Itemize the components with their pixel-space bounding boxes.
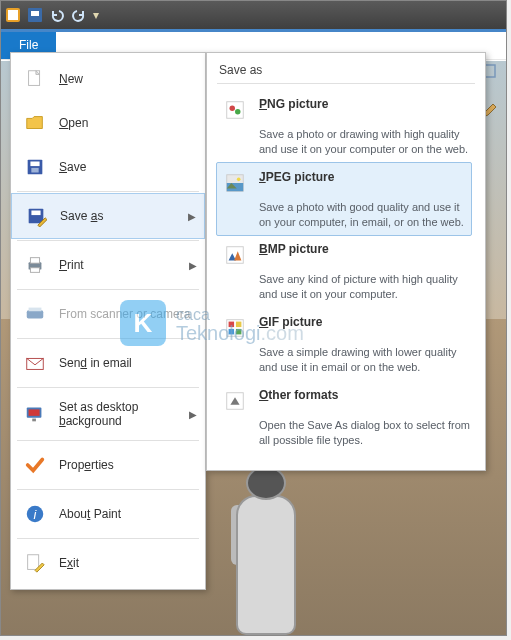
saveas-option-desc: Save a photo with good quality and use i…	[259, 201, 464, 228]
saveas-option-desc: Save any kind of picture with high quali…	[259, 273, 458, 300]
png-thumbnail-icon	[221, 96, 249, 124]
saveas-option-title: BMP picture	[259, 241, 471, 257]
submenu-arrow-icon: ▶	[188, 211, 196, 222]
svg-rect-7	[30, 162, 39, 167]
mail-icon	[23, 351, 47, 375]
svg-rect-19	[32, 419, 36, 422]
page-icon	[23, 67, 47, 91]
jpeg-thumbnail-icon	[221, 169, 249, 197]
svg-rect-8	[31, 168, 38, 173]
menu-separator	[17, 191, 199, 192]
menu-item-open[interactable]: Open	[11, 101, 205, 145]
menu-item-label: Send in email	[59, 356, 132, 370]
svg-rect-3	[31, 11, 39, 16]
saveas-option-desc: Save a simple drawing with lower quality…	[259, 346, 456, 373]
other-thumbnail-icon	[221, 387, 249, 415]
menu-item-label: Properties	[59, 458, 114, 472]
menu-item-email[interactable]: Send in email	[11, 341, 205, 385]
saveas-option-title: JPEG picture	[259, 169, 467, 185]
menu-item-label: Set as desktop background	[59, 400, 193, 428]
svg-rect-15	[29, 308, 42, 312]
submenu-arrow-icon: ▶	[189, 260, 197, 271]
menu-item-properties[interactable]: Properties	[11, 443, 205, 487]
qa-redo-icon[interactable]	[71, 7, 87, 23]
submenu-arrow-icon: ▶	[189, 409, 197, 420]
printer-icon	[23, 253, 47, 277]
saveas-option-title: PNG picture	[259, 96, 471, 112]
qa-customize-icon[interactable]: ▾	[93, 8, 99, 22]
svg-rect-29	[227, 247, 244, 264]
bmp-thumbnail-icon	[221, 241, 249, 269]
svg-rect-22	[28, 555, 39, 570]
saveas-option-gif[interactable]: GIF picture Save a simple drawing with l…	[217, 308, 475, 381]
menu-item-label: From scanner or camera	[59, 307, 190, 321]
saveas-submenu: Save as PNG picture Save a photo or draw…	[206, 52, 486, 471]
floppy-pencil-icon	[24, 204, 48, 228]
saveas-option-title: GIF picture	[259, 314, 471, 330]
menu-item-exit[interactable]: Exit	[11, 541, 205, 585]
menu-item-label: New	[59, 72, 83, 86]
svg-rect-10	[31, 211, 40, 216]
menu-separator	[17, 538, 199, 539]
svg-point-25	[235, 109, 241, 115]
saveas-option-bmp[interactable]: BMP picture Save any kind of picture wit…	[217, 235, 475, 308]
file-menu: NewOpenSaveSave as▶Print▶From scanner or…	[10, 52, 206, 590]
saveas-option-png[interactable]: PNG picture Save a photo or drawing with…	[217, 90, 475, 163]
menu-separator	[17, 489, 199, 490]
menu-item-label: About Paint	[59, 507, 121, 521]
saveas-option-other[interactable]: Other formats Open the Save As dialog bo…	[217, 381, 475, 454]
svg-rect-34	[236, 329, 242, 335]
svg-rect-14	[27, 310, 44, 318]
menu-item-about[interactable]: iAbout Paint	[11, 492, 205, 536]
exit-icon	[23, 551, 47, 575]
svg-rect-1	[8, 10, 18, 20]
svg-rect-23	[227, 102, 244, 119]
saveas-option-title: Other formats	[259, 387, 471, 403]
app-icon	[5, 7, 21, 23]
saveas-option-desc: Save a photo or drawing with high qualit…	[259, 128, 468, 155]
svg-point-24	[230, 105, 236, 111]
menu-item-label: Save as	[60, 209, 103, 223]
saveas-header: Save as	[217, 61, 475, 84]
saveas-option-desc: Open the Save As dialog box to select fr…	[259, 419, 470, 446]
svg-rect-13	[30, 268, 39, 273]
floppy-icon	[23, 155, 47, 179]
menu-separator	[17, 240, 199, 241]
menu-item-label: Open	[59, 116, 88, 130]
menu-item-scanner: From scanner or camera	[11, 292, 205, 336]
menu-item-new[interactable]: New	[11, 57, 205, 101]
menu-separator	[17, 289, 199, 290]
svg-rect-33	[229, 329, 235, 335]
menu-item-label: Exit	[59, 556, 79, 570]
svg-rect-32	[236, 322, 242, 328]
scanner-icon	[23, 302, 47, 326]
desktop-icon	[23, 402, 47, 426]
menu-separator	[17, 387, 199, 388]
svg-point-28	[237, 177, 241, 181]
menu-separator	[17, 338, 199, 339]
saveas-option-jpeg[interactable]: JPEG picture Save a photo with good qual…	[216, 162, 472, 237]
menu-item-wallpaper[interactable]: Set as desktop background▶	[11, 390, 205, 438]
svg-rect-18	[29, 409, 40, 415]
qa-undo-icon[interactable]	[49, 7, 65, 23]
check-icon	[23, 453, 47, 477]
gif-thumbnail-icon	[221, 314, 249, 342]
folder-icon	[23, 111, 47, 135]
menu-item-label: Print	[59, 258, 84, 272]
menu-item-print[interactable]: Print▶	[11, 243, 205, 287]
menu-item-saveas[interactable]: Save as▶	[11, 193, 205, 239]
svg-rect-12	[30, 258, 39, 264]
menu-item-save[interactable]: Save	[11, 145, 205, 189]
menu-item-label: Save	[59, 160, 86, 174]
info-icon: i	[23, 502, 47, 526]
menu-separator	[17, 440, 199, 441]
svg-rect-31	[229, 322, 235, 328]
qa-save-icon[interactable]	[27, 7, 43, 23]
titlebar: ▾	[1, 1, 506, 29]
